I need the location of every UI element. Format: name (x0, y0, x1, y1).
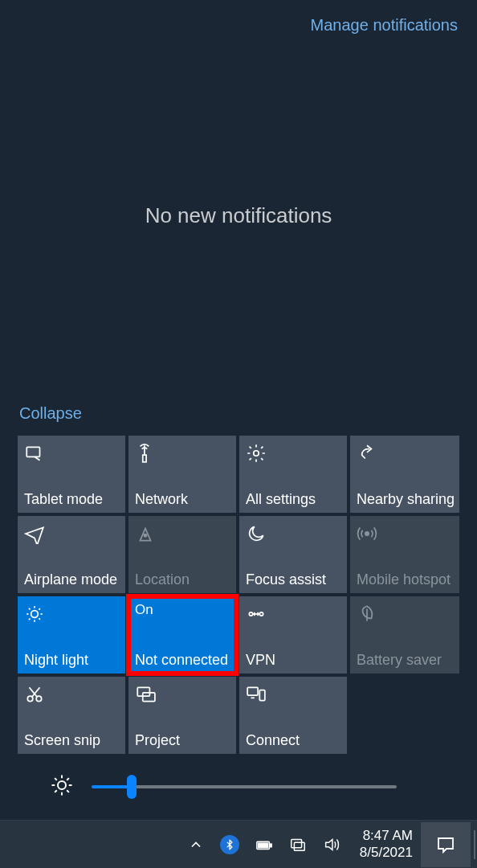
action-center-header: Manage notifications (0, 0, 477, 35)
tile-tablet-mode[interactable]: Tablet mode (18, 436, 125, 513)
snip-icon (24, 683, 120, 706)
action-center-button[interactable] (421, 822, 471, 867)
manage-notifications-link[interactable]: Manage notifications (311, 16, 458, 35)
tile-battery-saver[interactable]: Battery saver (350, 596, 459, 674)
svg-line-38 (67, 778, 69, 780)
svg-line-37 (55, 790, 57, 792)
tile-project[interactable]: Project (128, 677, 236, 754)
tile-label: Location (135, 572, 231, 588)
svg-rect-25 (137, 687, 149, 696)
tile-label: Screen snip (24, 733, 120, 749)
tile-airplane-mode[interactable]: Airplane mode (18, 516, 125, 593)
tile-location[interactable]: Location (128, 516, 236, 593)
tile-connect[interactable]: Connect (239, 677, 347, 754)
connect-icon (246, 683, 342, 706)
tray-overflow-button[interactable] (188, 837, 204, 853)
tile-label: Connect (246, 733, 342, 749)
svg-point-16 (259, 612, 263, 616)
tile-label: Focus assist (246, 572, 342, 588)
action-center-panel: Manage notifications No new notification… (0, 0, 477, 820)
leaf-icon (357, 603, 455, 625)
network-icon (135, 442, 231, 465)
tile-label: VPN (246, 653, 342, 669)
tile-label: Battery saver (357, 653, 455, 669)
tile-label: Airplane mode (24, 572, 120, 588)
tile-label: Not connected (135, 653, 231, 669)
bluetooth-tray-icon[interactable] (220, 835, 239, 854)
svg-rect-41 (270, 844, 271, 847)
svg-line-14 (39, 608, 40, 610)
notifications-area: No new notifications (0, 35, 477, 396)
tile-label: Network (135, 492, 231, 508)
svg-rect-26 (143, 693, 155, 702)
battery-tray-icon[interactable] (255, 836, 273, 854)
tile-screen-snip[interactable]: Screen snip (18, 677, 125, 754)
tile-focus-assist[interactable]: Focus assist (239, 516, 347, 593)
collapse-button[interactable]: Collapse (19, 404, 82, 422)
tile-network[interactable]: Network (128, 436, 236, 513)
clock-date: 8/5/2021 (360, 845, 413, 861)
tile-mobile-hotspot[interactable]: Mobile hotspot (350, 516, 459, 593)
svg-point-15 (249, 612, 252, 616)
tile-vpn[interactable]: VPN (239, 596, 347, 674)
tile-nearby-sharing[interactable]: Nearby sharing (350, 436, 459, 513)
airplane-icon (24, 522, 120, 545)
svg-rect-0 (26, 447, 39, 457)
gear-icon (246, 442, 342, 465)
svg-line-35 (55, 778, 57, 780)
svg-rect-1 (143, 455, 146, 462)
svg-rect-43 (294, 842, 304, 850)
quick-actions: Tablet modeNetworkAll settingsNearby sha… (0, 436, 477, 820)
brightness-control (18, 754, 459, 800)
task-view-tray-icon[interactable] (289, 836, 307, 854)
svg-rect-29 (259, 690, 265, 701)
nightlight-icon (24, 603, 120, 625)
project-icon (135, 683, 231, 706)
vpn-icon (246, 603, 342, 625)
svg-line-13 (29, 618, 31, 620)
clock-time: 8:47 AM (360, 828, 413, 844)
svg-line-11 (29, 608, 31, 610)
tile-bluetooth[interactable]: OnNot connected (128, 596, 236, 674)
svg-rect-27 (247, 687, 258, 695)
svg-line-36 (67, 790, 69, 792)
brightness-slider[interactable] (92, 785, 397, 788)
tile-night-light[interactable]: Night light (18, 596, 125, 674)
svg-point-6 (31, 611, 39, 618)
no-notifications-text: No new notifications (145, 203, 332, 228)
tile-label: Nearby sharing (357, 492, 455, 508)
quick-action-grid: Tablet modeNetworkAll settingsNearby sha… (18, 436, 459, 754)
taskbar-clock[interactable]: 8:47 AM 8/5/2021 (352, 828, 421, 861)
svg-point-30 (58, 781, 66, 789)
system-tray (188, 835, 352, 854)
svg-point-4 (144, 534, 146, 537)
tablet-icon (24, 442, 120, 465)
svg-rect-42 (292, 839, 302, 847)
taskbar: 8:47 AM 8/5/2021 (0, 820, 477, 868)
svg-marker-44 (325, 839, 332, 850)
volume-tray-icon[interactable] (323, 836, 340, 854)
tile-topline: On (135, 603, 231, 618)
tile-label: Project (135, 733, 231, 749)
svg-point-3 (254, 451, 259, 457)
location-icon (135, 522, 231, 545)
svg-point-5 (365, 532, 369, 535)
svg-line-12 (39, 618, 40, 620)
tile-all-settings[interactable]: All settings (239, 436, 347, 513)
tile-label: Mobile hotspot (357, 572, 455, 588)
taskbar-divider (474, 830, 475, 859)
share-icon (357, 442, 455, 465)
moon-icon (246, 522, 342, 545)
tile-label: Tablet mode (24, 492, 120, 508)
svg-rect-40 (258, 843, 267, 848)
hotspot-icon (357, 522, 455, 545)
brightness-icon (50, 773, 74, 800)
tile-label: All settings (246, 492, 342, 508)
tile-label: Night light (24, 653, 120, 669)
